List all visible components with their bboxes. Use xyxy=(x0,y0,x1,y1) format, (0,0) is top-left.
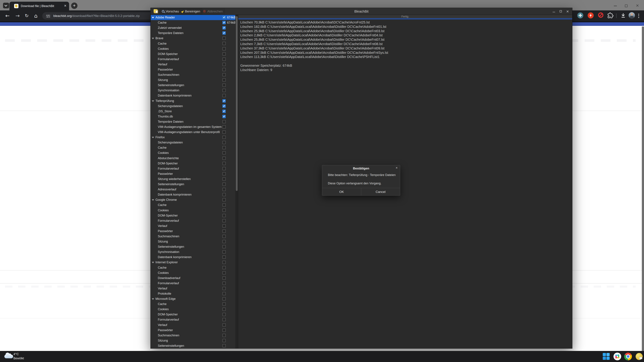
checkbox[interactable] xyxy=(222,266,226,269)
tree-row[interactable]: DOM-Speicher xyxy=(151,312,235,317)
checkbox[interactable] xyxy=(222,329,226,332)
tree-row[interactable]: Temporäre Dateien xyxy=(151,30,235,36)
weather-cloud-icon[interactable] xyxy=(4,355,13,358)
tree-scrollbar[interactable] xyxy=(235,15,238,349)
checkbox[interactable] xyxy=(222,73,226,76)
checkbox[interactable] xyxy=(222,250,226,254)
tree-row[interactable]: Thumbs.db xyxy=(151,114,235,119)
checkbox[interactable] xyxy=(222,177,226,181)
checkbox[interactable] xyxy=(222,31,226,35)
browser-tab-active[interactable]: Download file | BleachBit × xyxy=(10,2,69,10)
checkbox[interactable] xyxy=(222,193,226,196)
checkbox[interactable] xyxy=(222,219,226,222)
checkbox[interactable] xyxy=(222,287,226,290)
checkbox[interactable] xyxy=(222,302,226,306)
expander-triangle-icon[interactable] xyxy=(152,17,154,18)
home-icon[interactable]: ⌂ xyxy=(34,10,38,21)
browser-minimize-button[interactable] xyxy=(614,6,617,6)
checkbox[interactable] xyxy=(222,16,226,19)
tree-row[interactable]: Cookies xyxy=(151,208,235,213)
checkbox[interactable] xyxy=(222,136,226,139)
tree-row[interactable]: Synchronisation xyxy=(151,249,235,255)
checkbox[interactable] xyxy=(222,120,226,123)
tree-row[interactable]: Passwörter xyxy=(151,328,235,333)
checkbox[interactable] xyxy=(222,224,226,228)
tree-row[interactable]: Cookies xyxy=(151,270,235,276)
checkbox[interactable] xyxy=(222,57,226,61)
tab-search-button[interactable] xyxy=(3,3,9,8)
windows-start-button[interactable] xyxy=(603,353,610,360)
checkbox[interactable] xyxy=(222,146,226,149)
tree-row[interactable]: Synchronisation xyxy=(151,88,235,93)
checkbox[interactable] xyxy=(222,115,226,118)
expander-triangle-icon[interactable] xyxy=(152,38,154,39)
tree-row[interactable]: Seiteneinstellungen xyxy=(151,244,235,249)
tree-row[interactable]: Datenbank komprimieren xyxy=(151,192,235,197)
cancel-button[interactable]: Cancel xyxy=(361,188,400,195)
checkbox[interactable] xyxy=(222,110,226,113)
site-settings-icon[interactable] xyxy=(46,14,50,18)
tree-row[interactable]: Downloadverlauf xyxy=(151,276,235,281)
tree-row[interactable]: Seiteneinstellungen xyxy=(151,343,235,349)
content-blocker-icon[interactable] xyxy=(598,12,604,18)
checkbox[interactable] xyxy=(222,162,226,165)
expander-triangle-icon[interactable] xyxy=(152,262,154,263)
checkbox[interactable] xyxy=(222,313,226,316)
checkbox[interactable] xyxy=(222,255,226,259)
tree-scrollbar-thumb[interactable] xyxy=(236,16,238,191)
tree-row[interactable]: Tiefenprüfung xyxy=(151,98,235,104)
checkbox[interactable] xyxy=(222,198,226,201)
tree-row[interactable]: Cache xyxy=(151,145,235,150)
tree-row[interactable]: DOM-Speicher xyxy=(151,213,235,218)
downloads-icon[interactable] xyxy=(620,13,626,18)
cleaner-tree[interactable]: Adobe Reader674kBCache674kBZuletzt verwe… xyxy=(151,15,235,349)
tab-close-icon[interactable]: × xyxy=(64,3,66,8)
tree-row[interactable]: Sitzung xyxy=(151,338,235,343)
tree-row[interactable]: Sitzung xyxy=(151,77,235,83)
tree-row[interactable]: Datenbank komprimieren xyxy=(151,93,235,98)
bleachbit-headerbar[interactable]: Vorschau Bereinigen Abbrechen BleachBit … xyxy=(150,8,572,15)
checkbox[interactable] xyxy=(222,240,226,243)
tree-row[interactable]: Sicherungsdateien xyxy=(151,104,235,109)
checkbox[interactable] xyxy=(222,42,226,45)
tree-row[interactable]: Suchmaschinen xyxy=(151,333,235,338)
extension-teal-icon[interactable] xyxy=(577,12,583,18)
checkbox[interactable] xyxy=(222,214,226,217)
checkbox[interactable] xyxy=(222,339,226,342)
extensions-puzzle-icon[interactable] xyxy=(608,12,614,18)
ok-button[interactable]: OK xyxy=(322,188,361,195)
tree-row[interactable]: Google Chrome xyxy=(151,197,235,202)
url-text[interactable]: bleachbit.org/download/file/t?file=Bleac… xyxy=(53,14,140,18)
tree-row[interactable]: Cache xyxy=(151,265,235,270)
window-close-button[interactable]: × xyxy=(566,8,569,14)
checkbox[interactable] xyxy=(222,318,226,321)
tree-row[interactable]: Verlauf xyxy=(151,286,235,291)
tree-row[interactable]: Passwörter xyxy=(151,67,235,72)
checkbox[interactable] xyxy=(222,68,226,71)
checkbox[interactable] xyxy=(222,344,226,348)
tree-row[interactable]: Passwörter xyxy=(151,229,235,234)
browser-close-button[interactable]: × xyxy=(636,3,639,8)
tree-row[interactable]: Cookies xyxy=(151,307,235,312)
tree-row[interactable]: Seiteneinstellungen xyxy=(151,83,235,88)
checkbox[interactable] xyxy=(222,292,226,295)
checkbox[interactable] xyxy=(222,188,226,191)
tree-row[interactable]: Sicherungsdateien xyxy=(151,140,235,145)
browser-menu-kebab-icon[interactable] xyxy=(638,14,639,14)
tree-row[interactable]: Verlauf xyxy=(151,323,235,328)
weather-condition[interactable]: Bewölkt xyxy=(14,357,24,360)
reload-icon[interactable]: ↻ xyxy=(25,10,29,21)
tree-row[interactable]: Cache xyxy=(151,202,235,208)
checkbox[interactable] xyxy=(222,334,226,337)
checkbox[interactable] xyxy=(222,209,226,212)
checkbox[interactable] xyxy=(222,94,226,97)
tree-row[interactable]: .DS_Store xyxy=(151,109,235,114)
tree-row[interactable]: Datenbank komprimieren xyxy=(151,255,235,260)
checkbox[interactable] xyxy=(222,104,226,108)
checkbox[interactable] xyxy=(222,245,226,248)
checkbox[interactable] xyxy=(222,52,226,56)
checkbox[interactable] xyxy=(222,63,226,66)
window-maximize-button[interactable] xyxy=(560,10,562,12)
checkbox[interactable] xyxy=(222,271,226,275)
checkbox[interactable] xyxy=(222,141,226,144)
